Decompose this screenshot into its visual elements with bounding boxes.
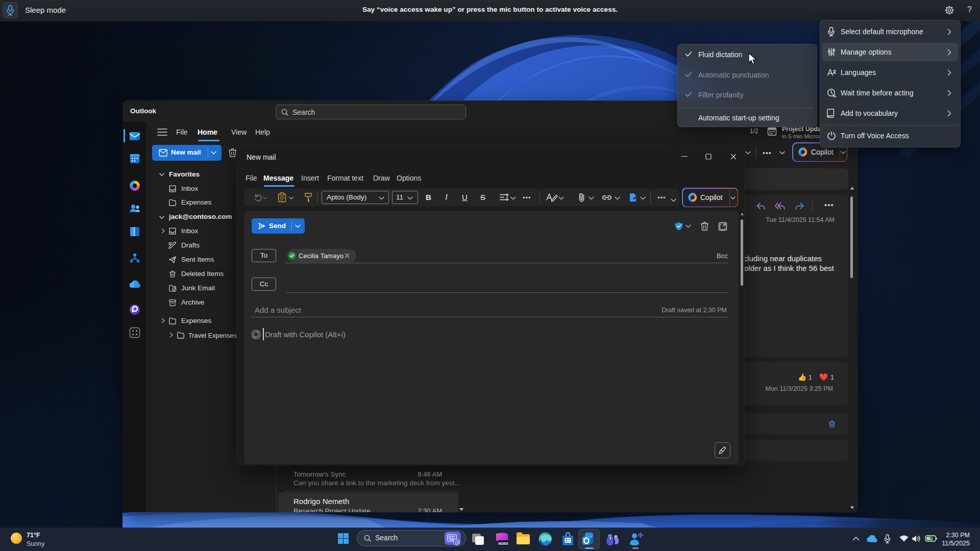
svg-text:T: T <box>609 536 612 541</box>
svg-text:M365: M365 <box>499 541 508 546</box>
